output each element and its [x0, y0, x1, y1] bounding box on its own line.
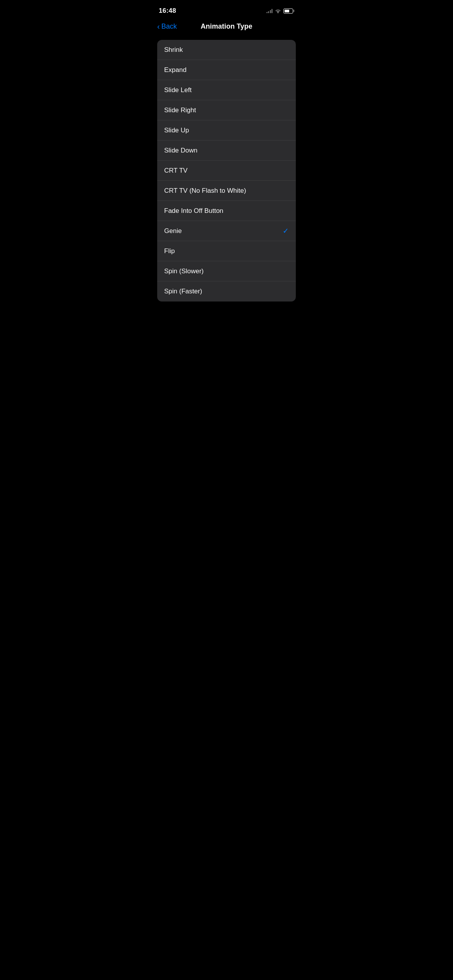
list-item-spin-faster[interactable]: Spin (Faster) — [157, 281, 296, 302]
list-item-label-spin-faster: Spin (Faster) — [164, 288, 202, 295]
status-bar: 16:48 — [151, 0, 302, 19]
list-item-slide-down[interactable]: Slide Down — [157, 140, 296, 161]
list-item-fade-into-off-button[interactable]: Fade Into Off Button — [157, 201, 296, 221]
wifi-icon — [275, 9, 281, 13]
list-item-label-shrink: Shrink — [164, 46, 183, 54]
signal-icon — [266, 9, 273, 13]
list-item-label-slide-left: Slide Left — [164, 86, 192, 94]
list-item-label-slide-up: Slide Up — [164, 127, 189, 134]
list-item-spin-slower[interactable]: Spin (Slower) — [157, 261, 296, 281]
list-item-slide-right[interactable]: Slide Right — [157, 100, 296, 120]
list-item-shrink[interactable]: Shrink — [157, 40, 296, 60]
list-item-slide-up[interactable]: Slide Up — [157, 120, 296, 140]
list-item-label-slide-right: Slide Right — [164, 106, 196, 114]
list-item-label-fade-into-off-button: Fade Into Off Button — [164, 207, 223, 215]
status-time: 16:48 — [159, 7, 176, 15]
list-item-label-genie: Genie — [164, 227, 182, 235]
checkmark-icon-genie: ✓ — [283, 226, 289, 235]
back-button[interactable]: ‹ Back — [157, 22, 177, 31]
nav-bar: ‹ Back Animation Type — [151, 19, 302, 37]
list-item-label-slide-down: Slide Down — [164, 147, 197, 154]
battery-icon — [283, 9, 294, 14]
list-item-label-expand: Expand — [164, 66, 187, 74]
list-item-label-crt-tv: CRT TV — [164, 167, 187, 175]
page-title: Animation Type — [201, 22, 252, 31]
list-item-label-flip: Flip — [164, 247, 175, 255]
back-chevron-icon: ‹ — [157, 22, 160, 30]
list-item-slide-left[interactable]: Slide Left — [157, 80, 296, 100]
status-icons — [266, 9, 295, 14]
animation-type-list: ShrinkExpandSlide LeftSlide RightSlide U… — [157, 40, 296, 302]
back-label: Back — [161, 22, 177, 31]
list-item-label-spin-slower: Spin (Slower) — [164, 267, 204, 275]
list-item-crt-tv-no-flash[interactable]: CRT TV (No Flash to White) — [157, 181, 296, 201]
list-item-expand[interactable]: Expand — [157, 60, 296, 80]
list-item-genie[interactable]: Genie✓ — [157, 221, 296, 241]
list-item-crt-tv[interactable]: CRT TV — [157, 161, 296, 181]
list-item-flip[interactable]: Flip — [157, 241, 296, 261]
list-item-label-crt-tv-no-flash: CRT TV (No Flash to White) — [164, 187, 246, 195]
